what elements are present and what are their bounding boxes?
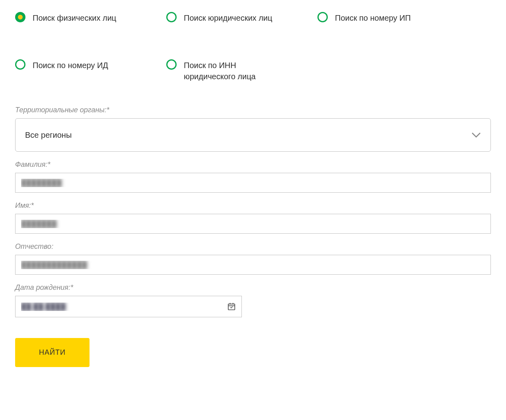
radio-icon [317,12,328,22]
patronymic-label: Отчество: [15,242,491,251]
calendar-icon[interactable] [227,302,236,311]
patronymic-field-group: Отчество: [15,242,491,275]
firstname-field-group: Имя:* [15,201,491,234]
region-field-group: Территориальные органы:* Все регионы [15,106,491,152]
search-button[interactable]: НАЙТИ [15,338,90,367]
radio-search-id-number[interactable]: Поиск по номеру ИД [15,59,166,82]
radio-icon [166,12,177,22]
patronymic-input[interactable] [15,255,491,275]
region-label: Территориальные органы:* [15,106,491,114]
radio-label: Поиск по номеру ИП [335,12,411,23]
svg-rect-0 [228,304,235,310]
radio-search-individuals[interactable]: Поиск физических лиц [15,12,166,23]
radio-search-ip-number[interactable]: Поиск по номеру ИП [317,12,437,23]
radio-icon [15,12,25,22]
radio-label: Поиск юридических лиц [184,12,272,23]
firstname-input[interactable] [15,214,491,234]
birthdate-input[interactable] [21,303,236,311]
birthdate-field-group: Дата рождения:* [15,283,242,317]
search-type-radio-group: Поиск физических лиц Поиск юридических л… [15,12,491,82]
lastname-field-group: Фамилия:* [15,160,491,193]
region-select-value: Все регионы [25,131,72,140]
lastname-input[interactable] [15,173,491,193]
birthdate-label: Дата рождения:* [15,283,242,292]
radio-label: Поиск по номеру ИД [33,59,108,71]
radio-search-inn-legal[interactable]: Поиск по ИНН юридического лица [166,59,317,82]
search-form: Территориальные органы:* Все регионы Фам… [15,106,491,367]
region-select[interactable]: Все регионы [15,118,491,152]
lastname-label: Фамилия:* [15,160,491,169]
radio-label: Поиск физических лиц [33,12,116,23]
chevron-down-icon [471,132,481,138]
radio-search-legal-entities[interactable]: Поиск юридических лиц [166,12,317,23]
radio-label: Поиск по ИНН юридического лица [184,59,287,82]
radio-icon [166,59,177,70]
birthdate-input-wrapper [15,296,242,317]
radio-icon [15,59,25,70]
firstname-label: Имя:* [15,201,491,210]
